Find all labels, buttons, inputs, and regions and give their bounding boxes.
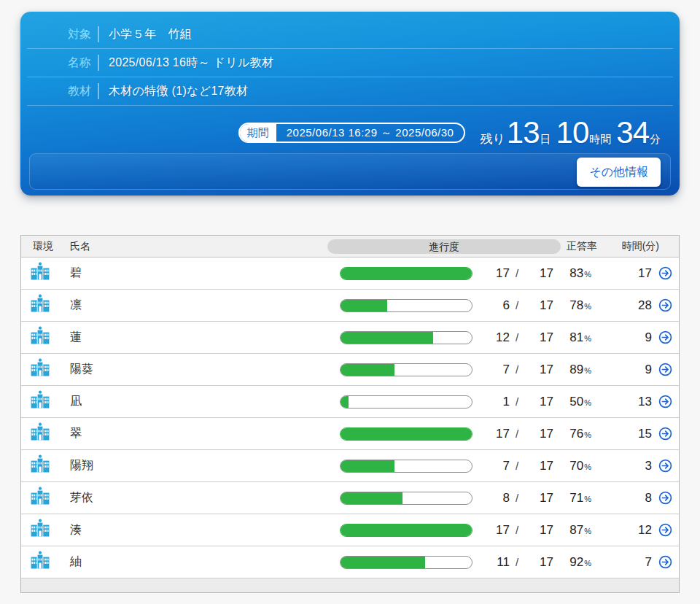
total-count: 17	[524, 523, 553, 538]
total-count: 17	[524, 266, 553, 281]
row-separator	[27, 105, 673, 106]
label-divider	[98, 26, 99, 42]
accuracy-value: 92	[569, 555, 583, 569]
completed-count: 6	[486, 298, 510, 313]
progress-slash: /	[510, 556, 524, 568]
progress-bar-fill	[341, 460, 394, 472]
percent-suffix: %	[584, 366, 591, 375]
completed-count: 17	[486, 266, 510, 281]
school-building-icon	[30, 358, 50, 382]
environment-cell	[21, 422, 70, 446]
column-header-accuracy: 正答率	[567, 236, 597, 257]
student-detail-arrow-button[interactable]	[658, 427, 672, 441]
remaining-hours-unit: 時間	[589, 133, 611, 147]
progress-cell	[340, 363, 486, 376]
progress-cell	[340, 460, 486, 473]
remaining-hours: 10	[556, 117, 589, 148]
student-detail-arrow-button[interactable]	[658, 555, 672, 569]
time-value: 3	[591, 459, 652, 473]
student-detail-arrow-button[interactable]	[658, 330, 672, 344]
progress-slash: /	[510, 331, 524, 344]
accuracy-cell: 81%	[553, 330, 591, 345]
student-detail-arrow-button[interactable]	[658, 395, 672, 409]
remaining-prefix: 残り	[480, 131, 505, 147]
total-count: 17	[524, 427, 553, 441]
progress-cell	[340, 395, 486, 409]
student-detail-arrow-button[interactable]	[658, 298, 672, 312]
percent-suffix: %	[584, 495, 591, 503]
time-value: 12	[591, 523, 652, 538]
student-detail-arrow-button[interactable]	[658, 266, 672, 280]
page: 対象 小学５年 竹組 名称 2025/06/13 16時～ ドリル教材 教材 木…	[0, 0, 700, 604]
student-name: 陽葵	[70, 362, 340, 377]
title-label: 名称	[20, 55, 91, 71]
environment-cell	[21, 262, 70, 285]
info-row-materials: 教材 木材の特徴 (1)など17教材	[20, 77, 680, 105]
accuracy-value: 89	[569, 363, 583, 376]
student-name: 陽翔	[70, 458, 340, 473]
table-row: 凪 1 / 17 50% 13	[21, 386, 679, 418]
progress-slash: /	[510, 395, 524, 408]
student-name: 芽依	[70, 490, 340, 506]
info-row-target: 対象 小学５年 竹組	[20, 20, 680, 48]
school-building-icon	[30, 519, 50, 542]
column-header-environment: 環境	[33, 236, 53, 257]
student-name: 蓮	[70, 330, 340, 345]
arrow-cell	[652, 298, 679, 312]
student-detail-arrow-button[interactable]	[658, 363, 672, 376]
progress-slash: /	[510, 299, 524, 311]
environment-cell	[21, 454, 70, 478]
total-count: 17	[524, 491, 553, 506]
student-name: 凪	[70, 394, 340, 409]
percent-suffix: %	[584, 462, 591, 471]
remaining-time: 残り 13 日 10 時間 34 分	[480, 117, 661, 148]
label-divider	[98, 83, 99, 99]
arrow-cell	[652, 427, 679, 441]
student-detail-arrow-button[interactable]	[658, 459, 672, 473]
school-building-icon	[30, 262, 50, 285]
arrow-cell	[652, 395, 679, 409]
student-detail-arrow-button[interactable]	[658, 523, 672, 537]
progress-slash: /	[510, 267, 524, 279]
student-name: 翠	[70, 426, 340, 441]
student-name: 凛	[70, 298, 340, 313]
other-info-button[interactable]: その他情報	[577, 158, 661, 187]
column-header-progress: 進行度	[327, 239, 561, 254]
environment-cell	[21, 519, 70, 542]
circle-arrow-right-icon	[658, 266, 672, 280]
table-row: 翠 17 / 17 76% 15	[21, 418, 679, 450]
completed-count: 1	[486, 395, 510, 409]
accuracy-cell: 83%	[553, 266, 591, 281]
percent-suffix: %	[584, 270, 591, 279]
accuracy-cell: 78%	[553, 298, 591, 313]
completed-count: 11	[486, 555, 510, 570]
school-building-icon	[30, 454, 50, 478]
student-name: 紬	[70, 554, 340, 570]
student-detail-arrow-button[interactable]	[658, 491, 672, 505]
progress-bar-fill	[341, 428, 472, 440]
time-value: 15	[591, 427, 652, 441]
period-pill: 期間 2025/06/13 16:29 ～ 2025/06/30	[238, 123, 466, 143]
target-value: 小学５年 竹組	[109, 27, 192, 42]
title-value: 2025/06/13 16時～ ドリル教材	[109, 55, 273, 71]
arrow-cell	[652, 459, 679, 473]
progress-cell	[340, 492, 486, 505]
completed-count: 12	[486, 330, 510, 345]
time-value: 9	[591, 363, 652, 377]
table-header: 環境 氏名 進行度 正答率 時間(分)	[21, 236, 679, 258]
arrow-cell	[652, 363, 679, 376]
table-row: 碧 17 / 17 83% 17	[21, 258, 679, 290]
remaining-minutes-unit: 分	[650, 133, 661, 147]
arrow-cell	[652, 555, 679, 569]
time-value: 7	[591, 555, 652, 570]
label-divider	[98, 55, 99, 71]
arrow-cell	[652, 523, 679, 537]
percent-suffix: %	[584, 302, 591, 311]
accuracy-value: 71	[569, 491, 583, 505]
column-header-time: 時間(分)	[622, 236, 659, 257]
arrow-cell	[652, 491, 679, 505]
school-building-icon	[30, 390, 50, 414]
accuracy-value: 50	[569, 395, 583, 409]
remaining-minutes: 34	[616, 117, 649, 148]
progress-slash: /	[510, 492, 524, 504]
